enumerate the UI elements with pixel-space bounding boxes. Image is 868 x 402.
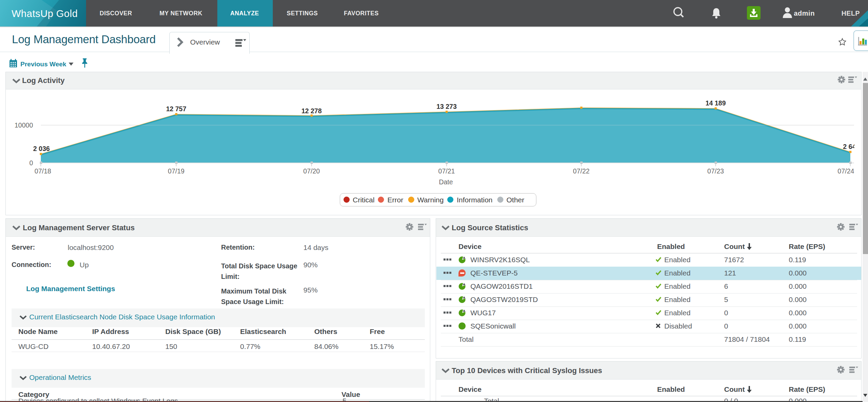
- svg-text:07/20: 07/20: [303, 167, 320, 175]
- svg-text:12 757: 12 757: [166, 105, 186, 113]
- svg-text:0: 0: [29, 159, 33, 167]
- svg-text:07/19: 07/19: [168, 167, 185, 175]
- svg-text:2 036: 2 036: [33, 145, 50, 152]
- svg-text:2 648: 2 648: [843, 143, 854, 150]
- svg-text:07/18: 07/18: [35, 167, 51, 175]
- svg-text:13 273: 13 273: [436, 103, 457, 110]
- svg-text:07/23: 07/23: [707, 167, 724, 175]
- svg-text:12 278: 12 278: [301, 107, 322, 115]
- svg-text:14 189: 14 189: [705, 99, 726, 107]
- svg-text:07/21: 07/21: [438, 167, 455, 175]
- svg-text:Date: Date: [439, 178, 453, 186]
- svg-text:07/22: 07/22: [573, 167, 590, 175]
- svg-text:10000: 10000: [15, 121, 33, 129]
- svg-text:07/24: 07/24: [838, 167, 854, 175]
